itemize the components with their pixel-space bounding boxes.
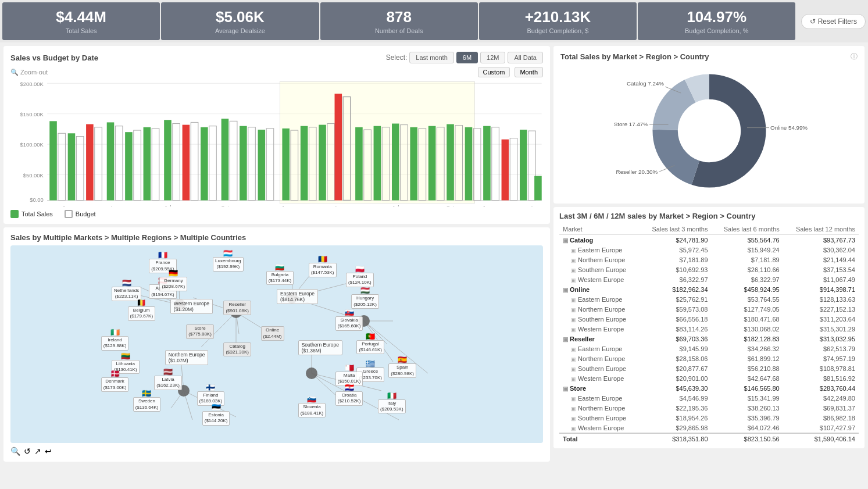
node-ireland[interactable]: 🇮🇪Ireland($129.88K) [101, 329, 129, 351]
kpi-bar: $4.44M Total Sales $5.06K Average Dealsi… [0, 0, 868, 42]
node-northern-europe[interactable]: Northern Europe($1.07M) [165, 350, 209, 365]
sub-v6: $53,764.55 [712, 294, 783, 304]
month-dropdown[interactable]: Month [515, 67, 543, 77]
sub-v6: $127,749.05 [712, 304, 783, 314]
kpi-total-sales-value: $4.44M [13, 8, 149, 26]
svg-text:Apr: Apr [334, 204, 342, 206]
node-slovakia[interactable]: 🇸🇰Slovakia($165.60K) [335, 309, 363, 331]
col-market: Market [559, 224, 640, 235]
map-back-btn[interactable]: ↩ [45, 447, 52, 456]
col-3m: Sales last 3 months [640, 224, 711, 235]
svg-rect-24 [183, 125, 190, 201]
legend-total-sales-label: Total Sales [22, 210, 53, 217]
svg-rect-26 [201, 127, 208, 201]
total-label: Total [559, 433, 640, 444]
svg-text:$0.00: $0.00 [30, 197, 44, 203]
sub-v12: $62,513.79 [783, 344, 859, 354]
node-germany[interactable]: 🇩🇪Germany($208.67K) [159, 269, 187, 291]
donut-info-icon[interactable]: ⓘ [851, 52, 858, 62]
svg-rect-25 [191, 122, 198, 200]
svg-rect-44 [319, 125, 326, 201]
node-romania[interactable]: 🇷🇴Romania($147.53K) [309, 255, 337, 277]
svg-rect-40 [282, 129, 290, 201]
node-bulgaria[interactable]: 🇧🇬Bulgaria($173.44K) [266, 263, 294, 285]
node-southern-europe[interactable]: Southern Europe($1.36M) [298, 340, 342, 355]
chart-legend: Total Sales Budget [10, 210, 543, 218]
sub-v12: $108,978.81 [783, 363, 859, 373]
sub-market-name: ▣Eastern Europe [559, 294, 640, 304]
sub-v3: $83,114.26 [640, 324, 711, 334]
market-name[interactable]: ▣Store [559, 383, 640, 393]
node-reseller[interactable]: Reseller($901.08K) [223, 301, 251, 315]
last-month-btn[interactable]: Last month [409, 52, 453, 63]
sub-v6: $38,260.13 [712, 403, 783, 413]
node-belgium[interactable]: 🇧🇪Belgium($179.67K) [128, 299, 156, 321]
map-refresh-btn[interactable]: ↺ [24, 447, 31, 456]
node-croatia[interactable]: 🇭🇷Croatia($210.52K) [335, 384, 363, 406]
svg-rect-11 [58, 133, 66, 200]
node-store[interactable]: Store($775.88K) [186, 324, 214, 339]
svg-text:Reseller 20.30%: Reseller 20.30% [616, 169, 658, 175]
svg-line-99 [171, 391, 184, 408]
node-catalog[interactable]: Catalog($321.30K) [223, 342, 251, 357]
zoom-icon: 🔍 [10, 69, 19, 76]
sub-v3: $28,158.06 [640, 354, 711, 363]
map-title: Sales by Multiple Markets > Multiple Reg… [10, 233, 246, 242]
kpi-budget-dollar: +210.13K Budget Completion, $ [479, 2, 637, 40]
sub-v3: $20,901.00 [640, 373, 711, 383]
node-latvia[interactable]: 🇱🇻Latvia($162.23K) [154, 368, 182, 390]
market-name[interactable]: ▣Online [559, 284, 640, 294]
sub-v3: $10,692.93 [640, 265, 711, 274]
12m-btn[interactable]: 12M [480, 52, 505, 63]
custom-dropdown[interactable]: Custom [478, 67, 510, 77]
zoom-out-btn[interactable]: 🔍 Zoom-out [10, 69, 48, 76]
node-italy[interactable]: 🇮🇹Italy($209.53K) [378, 392, 406, 414]
market-name[interactable]: ▣Reseller [559, 334, 640, 344]
market-v12: $914,398.71 [783, 284, 859, 294]
svg-rect-67 [483, 126, 491, 201]
node-spain[interactable]: 🇪🇸Spain($280.98K) [388, 356, 416, 378]
sub-market-name: ▣Southern Europe [559, 363, 640, 373]
node-western-europe[interactable]: Western Europe($1.20M) [170, 299, 213, 314]
sub-market-name: ▣Eastern Europe [559, 393, 640, 403]
node-estonia[interactable]: 🇪🇪Estonia($144.20K) [202, 404, 230, 426]
node-luxembourg[interactable]: 🇱🇺Luxembourg($192.99K) [213, 249, 243, 272]
market-v3: $45,639.30 [640, 383, 711, 393]
sales-vs-budget-panel: Sales vs Budget by Date Select: Last mon… [3, 46, 550, 224]
map-zoom-btn[interactable]: 🔍 [10, 447, 20, 456]
market-v3: $24,781.90 [640, 235, 711, 245]
all-data-btn[interactable]: All Data [508, 52, 543, 63]
svg-rect-54 [410, 127, 417, 201]
node-eastern-europe[interactable]: Eastern Europe($814.76K) [277, 289, 318, 304]
map-header: Sales by Multiple Markets > Multiple Reg… [10, 233, 543, 242]
node-netherlands[interactable]: 🇳🇱Netherlands($223.11K) [112, 279, 141, 301]
sub-v6: $34,266.32 [712, 344, 783, 354]
svg-rect-30 [240, 126, 247, 201]
map-share-btn[interactable]: ↗ [34, 447, 41, 456]
node-slovenia[interactable]: 🇸🇮Slovenia($188.41K) [298, 395, 326, 417]
kpi-avg-dealsize: $5.06K Average Dealsize [161, 2, 319, 40]
6m-btn[interactable]: 6M [456, 52, 478, 63]
kpi-budget-dollar-value: +210.13K [490, 8, 626, 26]
svg-rect-14 [86, 124, 94, 201]
svg-rect-31 [248, 127, 256, 201]
market-v6: $55,564.76 [712, 235, 783, 245]
sub-v12: $42,249.80 [783, 393, 859, 403]
node-portugal[interactable]: 🇵🇹Portugal($146.61K) [356, 333, 384, 355]
node-denmark[interactable]: 🇩🇰Denmark($173.00K) [101, 370, 129, 392]
node-sweden[interactable]: 🇸🇪Sweden($136.64K) [133, 390, 161, 412]
svg-rect-27 [209, 126, 217, 201]
node-hungary[interactable]: 🇭🇺Hungary($205.12K) [351, 287, 379, 309]
node-online[interactable]: Online($2.44M) [261, 326, 284, 341]
sub-v6: $180,471.68 [712, 314, 783, 324]
svg-point-112 [679, 101, 740, 161]
svg-rect-46 [335, 94, 342, 200]
market-name[interactable]: ▣Catalog [559, 235, 640, 245]
kpi-num-deals-value: 878 [331, 8, 467, 26]
select-label: Select: [386, 53, 408, 62]
svg-text:Apr: Apr [110, 204, 119, 206]
reset-filters-button[interactable]: ↺ Reset Filters [801, 14, 866, 29]
sub-v6: $6,322.97 [712, 274, 783, 284]
sub-v12: $81,516.92 [783, 373, 859, 383]
node-poland[interactable]: 🇵🇱Poland($124.10K) [346, 265, 374, 287]
